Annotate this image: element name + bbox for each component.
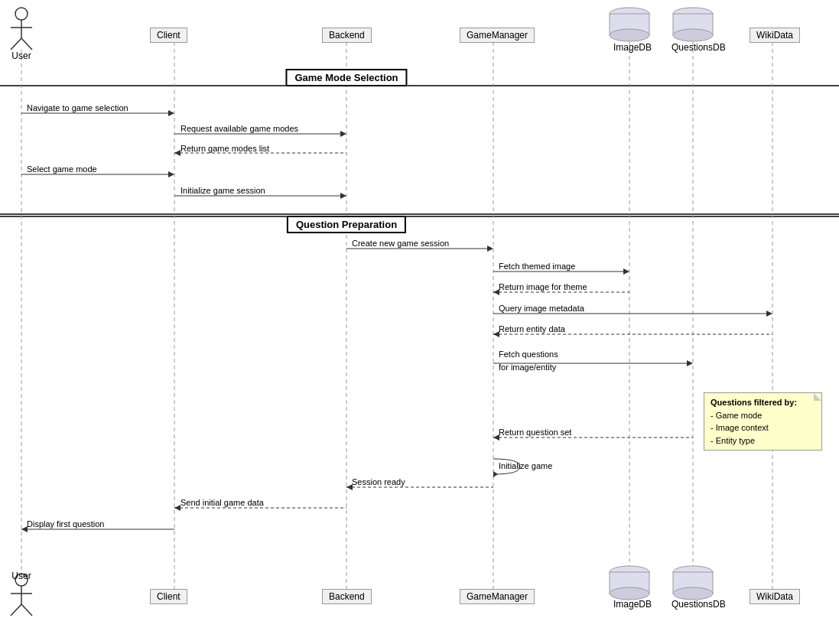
msg-create-session: Create new game session xyxy=(352,239,449,248)
section-game-mode: Game Mode Selection xyxy=(285,69,407,86)
actor-client-top: Client xyxy=(150,28,187,43)
msg-send-game-data: Send initial game data xyxy=(180,498,264,507)
svg-point-53 xyxy=(15,8,28,20)
actor-wikidata-top: WikiData xyxy=(750,28,800,43)
actor-backend-top: Backend xyxy=(322,28,372,43)
msg-init-game: Initialize game xyxy=(499,461,552,470)
msg-fetch-image: Fetch themed image xyxy=(499,262,575,271)
msg-fetch-questions: Fetch questionsfor image/entity xyxy=(499,348,558,373)
actor-imagedb-bottom-label: ImageDB xyxy=(612,599,653,610)
actor-user-top: User xyxy=(5,50,38,61)
msg-init-session: Initialize game session xyxy=(180,186,265,195)
sequence-diagram: User Client Backend GameManager ImageDB … xyxy=(0,0,839,644)
svg-marker-15 xyxy=(174,150,180,156)
note-questions-filtered: Questions filtered by: - Game mode - Ima… xyxy=(704,392,822,450)
svg-line-61 xyxy=(11,604,21,616)
msg-return-entity: Return entity data xyxy=(499,324,565,333)
diagram-svg xyxy=(0,0,839,644)
msg-display-question: Display first question xyxy=(27,519,105,529)
msg-session-ready: Session ready xyxy=(352,477,405,486)
section-question-prep: Question Preparation xyxy=(287,216,406,233)
note-line-1: Questions filtered by: xyxy=(711,396,815,409)
actor-backend-bottom: Backend xyxy=(322,589,372,604)
svg-line-57 xyxy=(21,38,32,50)
actor-wikidata-bottom: WikiData xyxy=(750,589,800,604)
svg-marker-19 xyxy=(340,193,346,199)
msg-query-metadata: Query image metadata xyxy=(499,304,584,313)
actor-imagedb-top-label: ImageDB xyxy=(612,42,653,53)
svg-point-43 xyxy=(610,29,649,41)
msg-return-qset: Return question set xyxy=(499,428,571,437)
svg-marker-21 xyxy=(487,246,493,252)
svg-point-52 xyxy=(673,587,713,600)
svg-marker-38 xyxy=(174,505,180,511)
actor-gamemanager-top: GameManager xyxy=(460,28,535,43)
svg-line-56 xyxy=(11,38,21,50)
actor-questionsdb-top-label: QuestionsDB xyxy=(672,42,716,53)
svg-marker-27 xyxy=(766,311,772,317)
svg-point-49 xyxy=(610,587,649,600)
actor-questionsdb-bottom-label: QuestionsDB xyxy=(672,599,716,610)
note-line-3: - Image context xyxy=(711,421,815,434)
msg-return-image: Return image for theme xyxy=(499,282,587,291)
svg-marker-11 xyxy=(168,110,174,116)
svg-marker-23 xyxy=(623,268,629,275)
svg-marker-13 xyxy=(340,131,346,137)
svg-point-46 xyxy=(673,29,713,41)
note-line-4: - Entity type xyxy=(711,434,815,447)
note-line-2: - Game mode xyxy=(711,409,815,422)
msg-return-modes: Return game modes list xyxy=(180,144,269,153)
svg-marker-31 xyxy=(687,360,693,366)
actor-client-bottom: Client xyxy=(150,589,187,604)
actor-user-bottom: User xyxy=(5,571,38,581)
msg-navigate: Navigate to game selection xyxy=(27,103,128,112)
svg-marker-17 xyxy=(168,171,174,177)
msg-select-mode: Select game mode xyxy=(27,164,97,174)
msg-request-modes: Request available game modes xyxy=(180,124,298,133)
svg-marker-34 xyxy=(493,471,498,477)
svg-line-62 xyxy=(21,604,32,616)
actor-gamemanager-bottom: GameManager xyxy=(460,589,535,604)
